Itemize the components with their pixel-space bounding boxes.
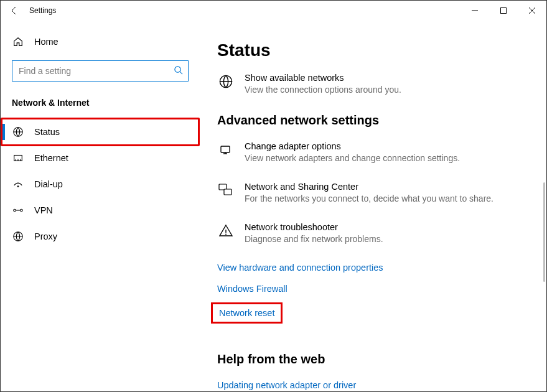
sidebar-item-dialup[interactable]: Dial-up: [1, 171, 200, 197]
maximize-button[interactable]: [489, 1, 518, 21]
globe-icon: [12, 126, 24, 138]
adapter-icon: [217, 141, 235, 163]
home-icon: [12, 36, 24, 47]
vpn-icon: [12, 206, 24, 215]
sidebar-item-label: Dial-up: [34, 179, 63, 189]
adapter-title: Change adapter options: [245, 141, 460, 151]
show-networks-group[interactable]: Show available networks View the connect…: [217, 73, 525, 95]
svg-rect-11: [224, 189, 231, 195]
sharing-title: Network and Sharing Center: [245, 182, 493, 192]
troubleshoot-desc: Diagnose and fix network problems.: [245, 234, 383, 244]
sidebar-item-vpn[interactable]: VPN: [1, 197, 200, 223]
show-networks-desc: View the connection options around you.: [245, 85, 401, 95]
sidebar-item-proxy[interactable]: Proxy: [1, 223, 200, 250]
sidebar-item-label: VPN: [34, 205, 53, 215]
window-title: Settings: [29, 6, 56, 15]
search-input-box[interactable]: [12, 60, 189, 82]
adapter-options-group[interactable]: Change adapter options View network adap…: [217, 141, 525, 163]
adapter-desc: View network adapters and change connect…: [245, 153, 460, 163]
minimize-button[interactable]: [461, 1, 489, 21]
svg-point-5: [14, 209, 16, 212]
troubleshooter-group[interactable]: Network troubleshooter Diagnose and fix …: [217, 222, 525, 244]
show-networks-title: Show available networks: [245, 73, 401, 83]
link-help-driver[interactable]: Updating network adapter or driver: [217, 380, 525, 390]
sidebar-home[interactable]: Home: [1, 29, 200, 54]
search-icon: [174, 65, 183, 77]
link-network-reset[interactable]: Network reset: [211, 302, 283, 324]
sidebar-item-label: Proxy: [34, 231, 57, 241]
sidebar-item-label: Status: [34, 127, 60, 137]
content: Status Show available networks View the …: [200, 21, 546, 391]
warning-icon: [217, 222, 235, 244]
sidebar-item-label: Ethernet: [34, 153, 68, 163]
svg-point-4: [17, 185, 19, 187]
advanced-section-title: Advanced network settings: [217, 113, 525, 128]
sharing-icon: [217, 182, 235, 203]
settings-window: Settings Home Networ: [0, 0, 547, 392]
page-title: Status: [217, 40, 525, 60]
proxy-icon: [12, 231, 24, 242]
help-section-title: Help from the web: [217, 352, 525, 366]
dialup-icon: [12, 179, 24, 190]
sharing-center-group[interactable]: Network and Sharing Center For the netwo…: [217, 182, 525, 203]
svg-point-1: [175, 67, 180, 72]
titlebar: Settings: [1, 1, 546, 21]
back-button[interactable]: [1, 1, 28, 21]
sidebar-item-status[interactable]: Status: [1, 118, 200, 146]
sidebar: Home Network & Internet Status Ether: [1, 21, 200, 391]
link-hardware-properties[interactable]: View hardware and connection properties: [217, 263, 525, 273]
svg-rect-0: [501, 8, 507, 14]
close-button[interactable]: [518, 1, 546, 21]
sidebar-item-ethernet[interactable]: Ethernet: [1, 145, 200, 171]
svg-point-6: [21, 209, 23, 212]
link-windows-firewall[interactable]: Windows Firewall: [217, 284, 525, 294]
search-input[interactable]: [19, 66, 174, 76]
troubleshoot-title: Network troubleshooter: [245, 222, 383, 232]
sidebar-home-label: Home: [34, 37, 58, 47]
scrollbar[interactable]: [543, 182, 545, 282]
svg-point-12: [225, 234, 227, 235]
ethernet-icon: [12, 152, 24, 164]
svg-rect-9: [221, 146, 230, 152]
sharing-desc: For the networks you connect to, decide …: [245, 194, 493, 203]
globe-icon: [217, 73, 235, 95]
sidebar-section-header: Network & Internet: [1, 93, 200, 119]
